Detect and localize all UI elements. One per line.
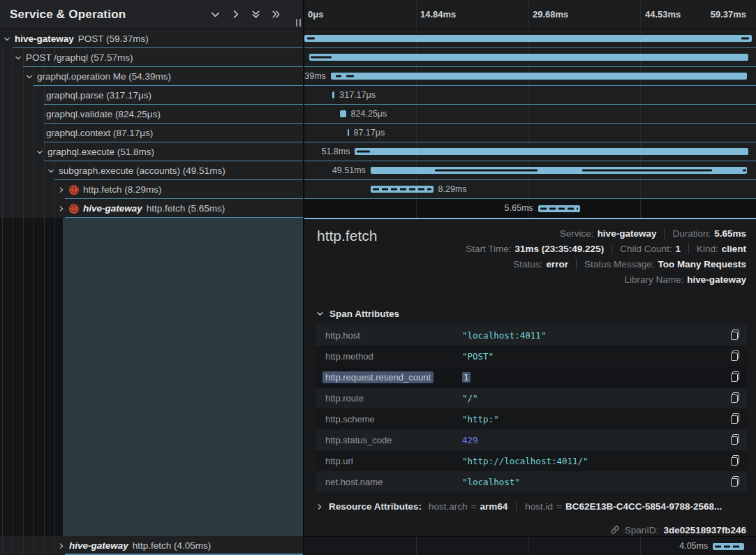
service-name: hive-gateway bbox=[15, 34, 74, 44]
span-bar[interactable] bbox=[348, 129, 349, 136]
span-bar[interactable] bbox=[332, 91, 335, 98]
chevron-right-icon[interactable] bbox=[226, 6, 244, 23]
attribute-row[interactable]: net.host.name"localhost" bbox=[316, 471, 747, 492]
attribute-row[interactable]: http.host"localhost:4011" bbox=[316, 325, 747, 346]
time-axis-track: 0μs14.84ms29.68ms44.53ms59.37ms bbox=[304, 0, 752, 29]
chevron-down-icon[interactable] bbox=[47, 168, 54, 175]
timeline-track: 49.51ms bbox=[304, 161, 752, 179]
copy-icon[interactable] bbox=[730, 392, 740, 404]
gridline bbox=[528, 124, 529, 142]
copy-icon[interactable] bbox=[730, 330, 740, 341]
chevron-down-icon[interactable] bbox=[3, 36, 10, 43]
tree-row[interactable]: hive-gatewayPOST (59.37ms) bbox=[0, 29, 303, 48]
timeline-track: 8.29ms bbox=[304, 180, 752, 198]
span-bar[interactable] bbox=[371, 186, 433, 193]
attribute-row[interactable]: http.request.resend_count1 bbox=[316, 367, 747, 387]
tree-row[interactable]: graphql.operation Me (54.39ms) bbox=[0, 67, 303, 86]
gridline bbox=[640, 124, 641, 142]
chevron-right-icon[interactable] bbox=[58, 186, 65, 193]
service-name: hive-gateway bbox=[83, 203, 142, 214]
attribute-row[interactable]: http.status_code429 bbox=[316, 429, 747, 450]
meta-label: Service: bbox=[560, 228, 594, 239]
timeline-row[interactable]: 8.29ms bbox=[304, 180, 756, 199]
attribute-key: http.url bbox=[325, 456, 353, 466]
span-bar[interactable] bbox=[304, 35, 752, 42]
chevron-down-icon[interactable] bbox=[15, 54, 22, 61]
tree-row[interactable]: graphql.context (87.17μs) bbox=[0, 124, 303, 142]
link-icon[interactable] bbox=[610, 525, 620, 535]
double-chevron-right-icon[interactable] bbox=[267, 6, 285, 23]
span-label: http.fetch (4.05ms) bbox=[133, 540, 212, 551]
tree-row[interactable]: subgraph.execute (accounts) (49.51ms) bbox=[0, 161, 303, 180]
tree-row[interactable]: POST /graphql (57.57ms) bbox=[0, 48, 303, 67]
panel-resize-handle-icon[interactable] bbox=[294, 18, 302, 27]
tree-row[interactable]: graphql.validate (824.25μs) bbox=[0, 105, 303, 124]
tree-row[interactable]: graphql.execute (51.8ms) bbox=[0, 142, 303, 161]
span-bar[interactable] bbox=[309, 54, 748, 61]
duration-label: 4.05ms bbox=[679, 537, 708, 555]
resource-value: BC62E13B-C4CC-5854-9788-2568... bbox=[565, 501, 722, 512]
tree-row[interactable]: graphql.parse (317.17μs) bbox=[0, 86, 303, 105]
resource-key: host.arch bbox=[429, 501, 468, 512]
timeline-track: 4.05ms bbox=[304, 537, 752, 555]
row-underline bbox=[65, 217, 303, 218]
timeline-rows: 57.57ms54.39ms317.17μs824.25μs87.17μs51.… bbox=[304, 29, 756, 218]
timeline-row[interactable] bbox=[304, 29, 756, 48]
gridline bbox=[416, 199, 417, 218]
span-bar[interactable] bbox=[713, 543, 744, 550]
tree-row-error[interactable]: http.fetch (8.29ms) bbox=[0, 180, 303, 199]
chevron-down-icon[interactable] bbox=[36, 149, 43, 156]
gridline bbox=[528, 86, 529, 104]
timeline-row[interactable]: 51.8ms bbox=[304, 142, 756, 161]
timeline-row[interactable]: 4.05ms bbox=[304, 537, 756, 555]
copy-icon[interactable] bbox=[730, 350, 740, 362]
copy-icon[interactable] bbox=[730, 413, 740, 424]
chevron-down-icon[interactable] bbox=[26, 73, 33, 80]
span-bar[interactable] bbox=[340, 110, 346, 117]
copy-icon[interactable] bbox=[730, 476, 740, 487]
attribute-key: http.scheme bbox=[325, 414, 375, 424]
child-span-mark bbox=[357, 151, 371, 153]
meta-line: Start Time:31ms (23:35:49.225)Child Coun… bbox=[466, 241, 746, 256]
tree-row-error[interactable]: hive-gatewayhttp.fetch (5.65ms) bbox=[0, 199, 303, 218]
timeline-row[interactable]: 87.17μs bbox=[304, 124, 756, 142]
resource-attributes-row[interactable]: Resource Attributes: host.arch=arm64host… bbox=[316, 501, 747, 512]
copy-icon[interactable] bbox=[730, 371, 740, 383]
timeline-row[interactable]: 317.17μs bbox=[304, 86, 756, 105]
attribute-row[interactable]: http.route"/" bbox=[316, 387, 747, 408]
span-attributes-header[interactable]: Span Attributes bbox=[316, 309, 399, 319]
timeline-row[interactable]: 824.25μs bbox=[304, 105, 756, 124]
meta-label: Duration: bbox=[672, 228, 711, 239]
attribute-key-cell: net.host.name bbox=[316, 477, 462, 487]
chevron-down-icon[interactable] bbox=[206, 6, 224, 23]
double-chevron-down-icon[interactable] bbox=[246, 6, 265, 23]
gridline bbox=[640, 180, 641, 198]
tree-row[interactable]: hive-gatewayhttp.fetch (4.05ms) bbox=[0, 536, 303, 555]
timeline-row[interactable]: 5.65ms bbox=[304, 199, 756, 218]
span-bar[interactable] bbox=[371, 167, 747, 174]
attribute-row[interactable]: http.url"http://localhost:4011/" bbox=[316, 450, 747, 471]
panel-title: Service & Operation bbox=[10, 8, 206, 22]
attribute-key: http.host bbox=[325, 330, 360, 341]
duration-label: 54.39ms bbox=[304, 67, 326, 85]
span-label: graphql.execute (51.8ms) bbox=[47, 147, 154, 157]
span-bar[interactable] bbox=[331, 73, 747, 80]
span-label: graphql.operation Me (54.39ms) bbox=[37, 71, 171, 82]
attribute-value: "/" bbox=[462, 393, 478, 404]
copy-icon[interactable] bbox=[730, 434, 740, 445]
meta-value: 5.65ms bbox=[714, 228, 746, 239]
timeline-bottom-row[interactable]: 4.05ms bbox=[304, 536, 756, 555]
timeline-row[interactable]: 57.57ms bbox=[304, 48, 756, 67]
meta-value: client bbox=[722, 244, 746, 254]
copy-icon[interactable] bbox=[730, 455, 740, 466]
error-icon bbox=[69, 185, 79, 195]
timeline-row[interactable]: 54.39ms bbox=[304, 67, 756, 86]
attribute-key-cell: http.host bbox=[316, 330, 462, 341]
attribute-row[interactable]: http.method"POST" bbox=[316, 346, 747, 367]
attribute-row[interactable]: http.scheme"http:" bbox=[316, 408, 747, 429]
span-bar[interactable] bbox=[538, 205, 581, 212]
span-bar[interactable] bbox=[355, 148, 748, 155]
timeline-row[interactable]: 49.51ms bbox=[304, 161, 756, 180]
chevron-right-icon[interactable] bbox=[58, 205, 65, 212]
chevron-right-icon[interactable] bbox=[58, 542, 65, 549]
